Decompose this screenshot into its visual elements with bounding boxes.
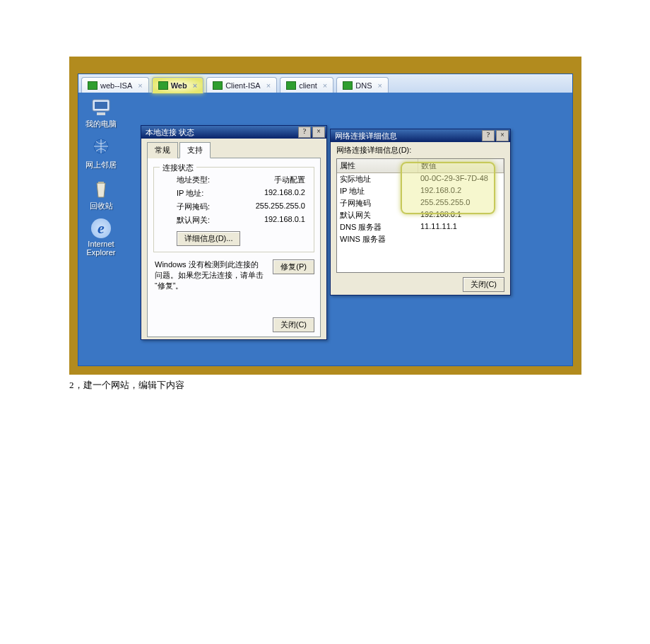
vm-window: web--ISA× Web× Client-ISA× client× DNS× … [78,74,573,366]
table-row: IP 地址192.168.0.2 [337,185,504,197]
col-value[interactable]: 数值 [418,159,504,172]
monitor-icon [158,81,168,90]
vm-tab-web-isa[interactable]: web--ISA× [81,77,149,93]
desktop-icon-network[interactable]: 网上邻居 [80,136,122,169]
close-button[interactable]: × [496,130,509,141]
vm-tabbar: web--ISA× Web× Client-ISA× client× DNS× [78,74,572,93]
monitor-icon [286,81,296,90]
svg-rect-1 [95,102,107,109]
repair-button[interactable]: 修复(P) [273,259,314,274]
tab-control: 常规 支持 [147,141,321,158]
vm-tab-client-isa[interactable]: Client-ISA× [206,77,277,93]
details-body: 实际地址00-0C-29-3F-7D-48 IP 地址192.168.0.2 子… [337,173,504,272]
help-button[interactable]: ? [298,127,311,138]
desktop-icon-ie[interactable]: e Internet Explorer [80,218,122,257]
vm-tab-dns[interactable]: DNS× [336,77,389,93]
network-icon [90,136,112,159]
details-table: 属性 数值 实际地址00-0C-29-3F-7D-48 IP 地址192.168… [336,158,504,273]
guest-desktop: 我的电脑 网上邻居 回收站 e Internet Explorer [78,93,572,365]
close-bottom-button[interactable]: 关闭(C) [463,277,504,292]
help-button[interactable]: ? [482,130,495,141]
desktop-icon-mycomputer[interactable]: 我的电脑 [80,95,122,128]
status-group: 连接状态 地址类型:手动配置 IP 地址:192.168.0.2 子网掩码:25… [153,167,314,252]
details-button[interactable]: 详细信息(D)... [177,231,240,246]
vm-tab-client[interactable]: client× [280,77,333,93]
document-caption: 2，建一个网站，编辑下内容 [69,379,184,392]
tab-general[interactable]: 常规 [147,142,178,158]
table-row: DNS 服务器11.11.11.1 [337,221,504,233]
window-connection-details: 网络连接详细信息 ? × 网络连接详细信息(D): 属性 数值 实际地址 [330,129,511,295]
close-icon[interactable]: × [266,81,271,90]
monitor-icon [213,81,223,90]
table-row: 子网掩码255.255.255.0 [337,197,504,209]
list-label: 网络连接详细信息(D): [336,145,504,156]
table-row: 默认网关192.168.0.1 [337,209,504,221]
titlebar[interactable]: 网络连接详细信息 ? × [331,129,510,142]
tab-support[interactable]: 支持 [179,142,211,158]
computer-icon [90,95,112,118]
close-icon[interactable]: × [193,81,197,90]
svg-rect-2 [97,112,105,115]
vm-tab-web[interactable]: Web× [152,77,203,93]
close-icon[interactable]: × [323,81,327,90]
title-text: 本地连接 状态 [146,127,297,138]
hint-text: Windows 没有检测到此连接的问题。如果您无法连接，请单击“修复”。 [153,257,267,294]
table-row: 实际地址00-0C-29-3F-7D-48 [337,173,504,185]
monitor-icon [343,81,353,90]
monitor-icon [88,81,98,90]
screenshot-frame: web--ISA× Web× Client-ISA× client× DNS× … [69,57,581,375]
close-icon[interactable]: × [138,81,142,90]
desktop-icon-recycle[interactable]: 回收站 [80,177,122,210]
ie-icon: e [91,218,111,238]
close-button[interactable]: × [312,127,325,138]
title-text: 网络连接详细信息 [335,131,480,141]
close-icon[interactable]: × [377,81,382,90]
table-row: WINS 服务器 [337,233,504,245]
window-connection-status: 本地连接 状态 ? × 常规 支持 连接状态 地址类型:手动配置 [141,125,327,340]
recycle-icon [90,177,112,200]
col-property[interactable]: 属性 [337,159,418,172]
titlebar[interactable]: 本地连接 状态 ? × [141,126,326,139]
close-bottom-button[interactable]: 关闭(C) [273,317,314,332]
